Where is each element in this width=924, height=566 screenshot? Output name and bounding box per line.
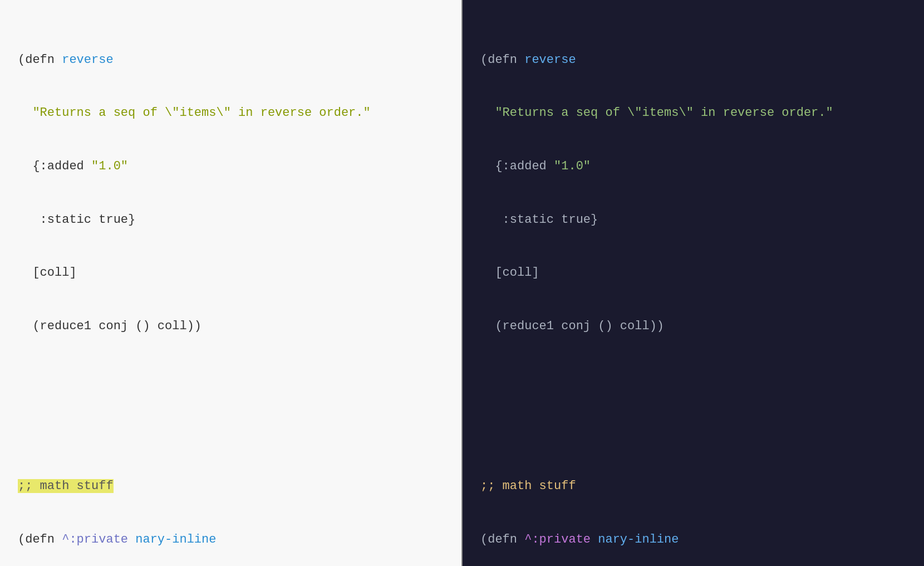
line: (defn reverse	[480, 51, 906, 69]
line	[18, 424, 444, 442]
line: (reduce1 conj () coll))	[18, 318, 444, 335]
line: ;; math stuff	[18, 477, 444, 495]
line: [coll]	[480, 264, 906, 282]
line: {:added "1.0"	[18, 158, 444, 175]
line: (reduce1 conj () coll))	[480, 318, 906, 335]
left-code: (defn reverse "Returns a seq of \"items\…	[18, 16, 444, 566]
line: (defn reverse	[18, 51, 444, 69]
line	[18, 371, 444, 389]
right-pane: (defn reverse "Returns a seq of \"items\…	[463, 0, 924, 566]
line: :static true}	[480, 211, 906, 229]
line	[480, 424, 906, 442]
line: ;; math stuff	[480, 477, 906, 495]
left-pane: (defn reverse "Returns a seq of \"items\…	[0, 0, 461, 566]
line: (defn ^:private nary-inline	[480, 531, 906, 549]
line: "Returns a seq of \"items\" in reverse o…	[480, 104, 906, 122]
line: [coll]	[18, 264, 444, 282]
line	[480, 371, 906, 389]
line: (defn ^:private nary-inline	[18, 531, 444, 549]
right-code: (defn reverse "Returns a seq of \"items\…	[480, 16, 906, 566]
line: :static true}	[18, 211, 444, 229]
line: "Returns a seq of \"items\" in reverse o…	[18, 104, 444, 122]
line: {:added "1.0"	[480, 158, 906, 175]
